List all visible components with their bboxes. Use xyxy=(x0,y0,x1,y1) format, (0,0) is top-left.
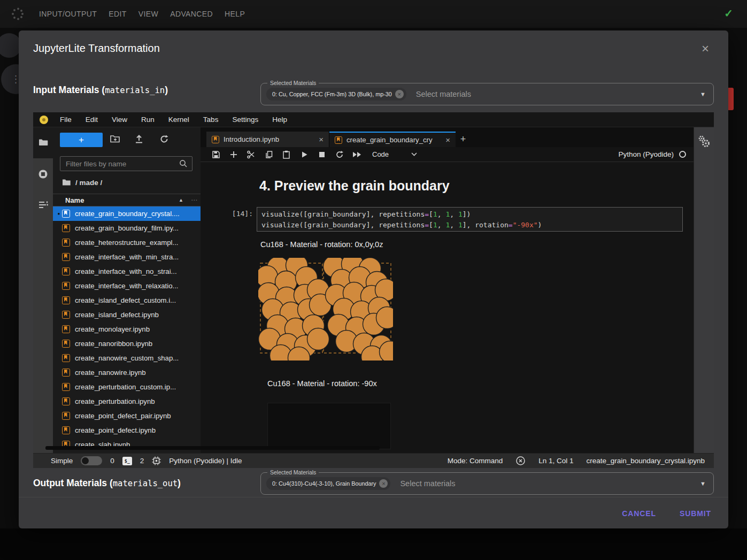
name-column-header[interactable]: Name xyxy=(65,196,84,204)
jupyter-menu-file[interactable]: File xyxy=(53,116,79,124)
copy-cell-button[interactable] xyxy=(260,150,278,159)
file-row[interactable]: create_grain_boundary_film.ipy... xyxy=(53,221,201,235)
sort-ascending-icon[interactable]: ▲ xyxy=(179,197,183,203)
grain-boundary-visualization[interactable] xyxy=(258,258,393,360)
paste-cell-button[interactable] xyxy=(278,150,295,159)
file-row[interactable]: create_point_defect.ipynb xyxy=(53,423,201,438)
file-list-header[interactable]: Name ▲ ⋯ xyxy=(53,194,201,206)
output-material-chip[interactable]: 0: Cu4(310)-Cu4(-3-10), Grain Boundary × xyxy=(266,477,390,490)
chevron-down-icon[interactable]: ▼ xyxy=(700,480,706,487)
jupyter-menu-help[interactable]: Help xyxy=(265,116,294,124)
close-icon[interactable]: × xyxy=(702,42,709,55)
file-row[interactable]: create_nanoribbon.ipynb xyxy=(53,336,201,351)
jupyter-menus: FileEditViewRunKernelTabsSettingsHelp xyxy=(53,116,294,124)
file-row[interactable]: create_nanowire_custom_shap... xyxy=(53,351,201,365)
refresh-button[interactable] xyxy=(159,134,169,144)
output-materials-select[interactable]: Selected Materials 0: Cu4(310)-Cu4(-3-10… xyxy=(260,472,714,495)
file-name: create_nanowire_custom_shap... xyxy=(75,354,179,362)
app-logo-icon xyxy=(11,7,25,21)
kernel-indicator[interactable]: Python (Pyodide) xyxy=(618,150,694,158)
file-row[interactable]: create_heterostructure_exampl... xyxy=(53,235,201,250)
check-icon[interactable]: ✓ xyxy=(724,7,733,20)
input-material-chip[interactable]: 0: Cu, Copper, FCC (Fm-3m) 3D (Bulk), mp… xyxy=(266,88,406,101)
insert-cell-button[interactable] xyxy=(225,151,242,158)
topbar-menu-edit[interactable]: EDIT xyxy=(103,10,133,18)
topbar-menu-view[interactable]: VIEW xyxy=(133,10,164,18)
cell-type-dropdown[interactable]: Code xyxy=(372,150,417,158)
file-row[interactable]: ●create_grain_boundary_crystal.... xyxy=(53,206,201,221)
trust-indicator-icon[interactable] xyxy=(515,456,526,466)
topbar-menu-help[interactable]: HELP xyxy=(219,10,251,18)
jupyter-menu-view[interactable]: View xyxy=(105,116,134,124)
file-browser-panel: + xyxy=(53,127,201,453)
jupyter-menu-settings[interactable]: Settings xyxy=(225,116,265,124)
file-row[interactable]: create_interface_with_relaxatio... xyxy=(53,279,201,293)
running-kernels-tab[interactable] xyxy=(33,169,53,179)
jupyter-menu-kernel[interactable]: Kernel xyxy=(161,116,196,124)
file-name: create_grain_boundary_film.ipy... xyxy=(75,224,179,232)
file-name: create_monolayer.ipynb xyxy=(75,325,150,333)
run-all-button[interactable] xyxy=(348,151,366,158)
chip-remove-icon[interactable]: × xyxy=(379,479,388,488)
kernels-count[interactable]: 2 xyxy=(140,457,144,465)
chip-remove-icon[interactable]: × xyxy=(395,90,404,98)
cancel-button[interactable]: CANCEL xyxy=(617,505,661,522)
notebook-icon xyxy=(62,239,70,247)
search-icon xyxy=(179,159,188,168)
file-browser-tab[interactable] xyxy=(33,138,53,147)
horizontal-scrollbar[interactable] xyxy=(45,446,380,450)
jupyter-menu-edit[interactable]: Edit xyxy=(79,116,105,124)
submit-button[interactable]: SUBMIT xyxy=(674,505,717,522)
statusbar-right: Mode: Command Ln 1, Col 1 create_grain_b… xyxy=(448,456,705,466)
kernel-status-label[interactable]: Python (Pyodide) | Idle xyxy=(169,457,242,465)
cursor-position-label[interactable]: Ln 1, Col 1 xyxy=(538,457,573,465)
run-cell-button[interactable] xyxy=(295,151,313,158)
upload-button[interactable] xyxy=(135,134,143,144)
file-name: create_point_defect.ipynb xyxy=(75,426,156,434)
file-row[interactable]: create_perturbation_custom.ip... xyxy=(53,380,201,394)
file-row[interactable]: create_perturbation.ipynb xyxy=(53,394,201,409)
active-file-label[interactable]: create_grain_boundary_crystal.ipynb xyxy=(587,457,705,465)
file-row[interactable]: create_island_defect.ipynb xyxy=(53,308,201,322)
table-of-contents-tab[interactable] xyxy=(33,201,53,209)
file-name: create_perturbation.ipynb xyxy=(75,397,155,405)
cpu-icon[interactable] xyxy=(152,456,161,465)
chevron-down-icon[interactable]: ▼ xyxy=(700,91,706,97)
breadcrumb[interactable]: / made / xyxy=(62,177,102,188)
file-row[interactable]: create_point_defect_pair.ipynb xyxy=(53,409,201,423)
save-button[interactable] xyxy=(207,150,225,159)
file-row[interactable]: create_interface_with_no_strai... xyxy=(53,264,201,279)
tab-create-grain-boundary[interactable]: create_grain_boundary_cry × xyxy=(329,132,456,147)
terminals-count[interactable]: 0 xyxy=(110,457,114,465)
ellipsis-icon[interactable]: ⋯ xyxy=(191,196,197,204)
jupyter-menu-run[interactable]: Run xyxy=(134,116,161,124)
file-row[interactable]: create_nanowire.ipynb xyxy=(53,365,201,380)
simple-mode-toggle[interactable] xyxy=(81,456,102,465)
command-mode-label[interactable]: Mode: Command xyxy=(448,457,503,465)
tab-introduction[interactable]: Introduction.ipynb × xyxy=(206,132,329,147)
topbar-menu-input-output[interactable]: INPUT/OUTPUT xyxy=(33,10,103,18)
terminal-icon[interactable]: $_ xyxy=(122,457,132,465)
new-launcher-button[interactable]: + xyxy=(60,133,103,147)
file-row[interactable]: create_monolayer.ipynb xyxy=(53,322,201,336)
file-row[interactable]: create_island_defect_custom.i... xyxy=(53,293,201,308)
input-materials-select[interactable]: Selected Materials 0: Cu, Copper, FCC (F… xyxy=(260,83,714,105)
topbar-menu-advanced[interactable]: ADVANCED xyxy=(164,10,219,18)
notebook-content[interactable]: 4. Preview the grain boundary [14]: visu… xyxy=(201,162,694,449)
property-inspector-gears-icon[interactable] xyxy=(697,135,711,150)
add-tab-button[interactable]: + xyxy=(456,132,471,147)
filter-files-input[interactable] xyxy=(60,160,179,168)
close-icon[interactable]: × xyxy=(445,135,450,144)
jupyter-menu-tabs[interactable]: Tabs xyxy=(196,116,226,124)
right-sidebar-strip xyxy=(694,127,714,453)
code-cell[interactable]: visualize([grain_boundary], repetitions=… xyxy=(257,207,683,232)
restart-kernel-button[interactable] xyxy=(330,150,348,159)
cut-cell-button[interactable] xyxy=(242,150,260,159)
close-icon[interactable]: × xyxy=(319,135,324,144)
output-material-label-1: Cu168 - Material - rotation: 0x,0y,0z xyxy=(260,240,383,249)
folder-icon xyxy=(38,138,48,147)
file-row[interactable]: create_interface_with_min_stra... xyxy=(53,250,201,264)
stop-kernel-button[interactable] xyxy=(313,151,330,158)
new-folder-button[interactable] xyxy=(110,134,120,143)
plus-icon: + xyxy=(79,135,84,145)
